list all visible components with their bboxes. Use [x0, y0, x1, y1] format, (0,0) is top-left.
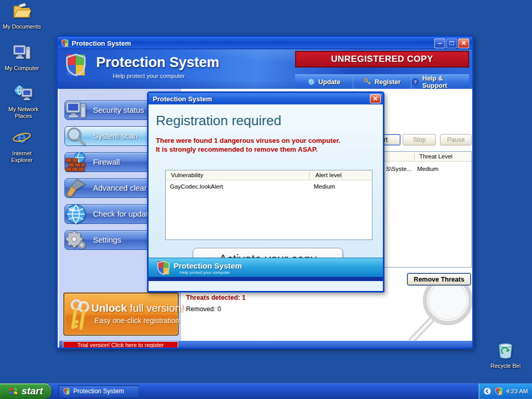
maximize-button[interactable]: [446, 38, 457, 48]
close-button[interactable]: ✕: [458, 38, 469, 48]
desktop-icon-my-computer[interactable]: My Computer: [0, 43, 44, 72]
desktop-icon-recycle-bin[interactable]: Recycle Bin: [484, 341, 527, 369]
header-tab-bar: Update Register Help & Support: [295, 74, 469, 89]
footer-brand-title: Protection System: [174, 261, 242, 270]
stop-scan-button[interactable]: Stop: [403, 134, 436, 145]
tray-shield-icon[interactable]: [495, 387, 503, 395]
sidebar-item-label: Security status: [93, 105, 144, 114]
promo-title: Unlock full version!: [91, 302, 184, 314]
dialog-footer: Protection System Help protect your comp…: [149, 258, 383, 277]
recycle-bin-icon: [496, 341, 515, 360]
network-places-icon: [14, 84, 33, 103]
dialog-titlebar[interactable]: Protection System ✕: [149, 93, 383, 104]
app-title: Protection System: [96, 55, 219, 71]
tab-label: Register: [375, 78, 401, 86]
system-tray: 4:23 AM: [478, 383, 532, 399]
dialog-title: Protection System: [153, 95, 370, 103]
windows-flag-icon: [8, 386, 19, 396]
minimize-button[interactable]: –: [434, 38, 445, 48]
taskbar-item-label: Protection System: [73, 388, 124, 395]
computer-icon: [65, 99, 87, 121]
hide-icons-chevron-icon[interactable]: [483, 387, 491, 395]
tab-help-support[interactable]: Help & Support: [411, 75, 469, 89]
unregistered-copy-banner[interactable]: UNREGISTERED COPY: [295, 51, 469, 68]
desktop-icon-label: My Network Places: [5, 106, 42, 119]
threat-level-column-header: Threat Level: [419, 153, 453, 159]
scan-row-path: S\Syste...: [386, 166, 411, 172]
desktop-icon-internet-explorer[interactable]: Internet Explorer: [0, 128, 44, 164]
globe-icon: [65, 203, 87, 225]
table-row-vulnerability: GayCodec.lookAlert: [170, 183, 223, 190]
taskbar: start Protection System 4:23 AM: [0, 383, 532, 399]
vulnerability-table[interactable]: Vulnerability Alert level GayCodec.lookA…: [165, 170, 373, 240]
pause-scan-button[interactable]: Pause: [440, 134, 472, 145]
vulnerability-table-header: Vulnerability Alert level: [166, 170, 372, 180]
dialog-heading: Registration required: [156, 113, 281, 129]
tab-label: Update: [318, 78, 340, 86]
computer-icon: [12, 43, 31, 62]
dialog-warning-line2: It is strongly recommended to remove the…: [156, 145, 317, 153]
taskbar-clock: 4:23 AM: [506, 388, 528, 394]
sidebar-item-label: Firewall: [93, 157, 120, 166]
sidebar-item-label: Settings: [93, 235, 121, 244]
app-header: Protection System Help protect your comp…: [58, 49, 472, 89]
brush-icon: [65, 177, 87, 199]
tab-label: Help & Support: [422, 75, 469, 89]
firewall-icon: [65, 151, 87, 173]
alert-level-column-header: Alert level: [315, 172, 342, 178]
internet-explorer-icon: [12, 128, 31, 147]
dialog-bottom-strip: [149, 277, 383, 281]
shield-icon: [61, 39, 69, 47]
scan-row-threat-level: Medium: [417, 166, 438, 172]
desktop-icon-my-documents[interactable]: My Documents: [0, 2, 44, 30]
start-button-label: start: [21, 385, 43, 397]
promo-subtitle: Easy one-click registration: [95, 316, 179, 325]
trial-register-button[interactable]: Trial version! Click here to register: [63, 341, 178, 349]
window-titlebar[interactable]: Protection System – ✕: [58, 37, 472, 49]
desktop-icon-my-network-places[interactable]: My Network Places: [0, 84, 47, 119]
folder-icon: [12, 2, 31, 20]
shield-icon: [156, 260, 171, 275]
magnifier-icon: [65, 125, 87, 147]
keys-icon: [65, 298, 95, 332]
dialog-close-button[interactable]: ✕: [370, 94, 381, 103]
vulnerability-column-header: Vulnerability: [171, 172, 203, 178]
removed-count-text: Removed: 0: [186, 305, 221, 313]
key-icon: [364, 78, 371, 86]
dialog-warning-line1: There were found 1 dangerous viruses on …: [156, 137, 340, 144]
remove-threats-button[interactable]: Remove Threats: [407, 273, 471, 285]
tab-update[interactable]: Update: [295, 75, 353, 89]
registration-dialog: Protection System ✕ Registration require…: [147, 91, 384, 292]
globe-icon: [308, 78, 315, 86]
desktop-icon-label: Recycle Bin: [484, 363, 527, 369]
desktop-icon-label: Internet Explorer: [6, 150, 37, 164]
gear-icon: [65, 229, 87, 251]
dialog-body: Registration required There were found 1…: [149, 104, 383, 281]
window-title: Protection System: [72, 39, 433, 47]
sidebar-item-label: Advanced cleaner: [93, 183, 155, 192]
start-button[interactable]: start: [0, 383, 51, 399]
taskbar-item-protection-system[interactable]: Protection System: [58, 385, 139, 397]
question-mark-icon: [411, 78, 419, 86]
column-divider: [309, 171, 310, 179]
app-subtitle: Help protect your computer: [113, 73, 185, 79]
column-divider: [414, 153, 415, 161]
table-row-alert-level: Medium: [314, 183, 335, 190]
threats-detected-text: Threats detected: 1: [186, 294, 246, 301]
footer-brand-subtitle: Help protect your computer: [180, 270, 230, 275]
app-logo-shield-icon: [64, 53, 88, 77]
desktop-icon-label: My Computer: [0, 65, 44, 72]
desktop-icon-label: My Documents: [0, 23, 44, 30]
unlock-full-version-banner[interactable]: Unlock full version! Easy one-click regi…: [63, 292, 179, 336]
sidebar-item-label: System scan: [93, 131, 138, 140]
shield-icon: [63, 388, 70, 395]
window-statusbar: Trial version! Click here to register: [59, 341, 474, 349]
tab-register[interactable]: Register: [353, 75, 411, 89]
